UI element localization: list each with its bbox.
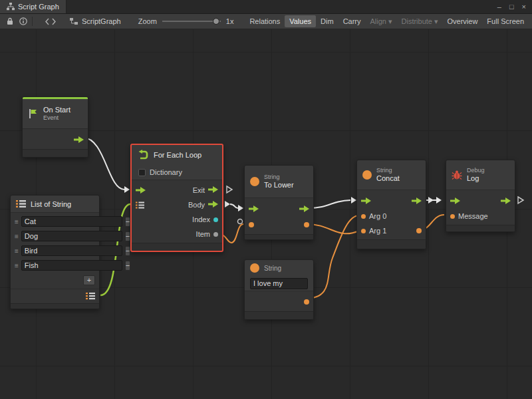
node-footer <box>23 149 88 157</box>
distribute-dropdown[interactable]: Distribute ▾ <box>397 15 443 28</box>
control-output-port[interactable] <box>412 198 422 204</box>
dim-button[interactable]: Dim <box>316 15 338 27</box>
relations-button[interactable]: Relations <box>245 15 285 27</box>
node-for-each-loop[interactable]: For Each Loop Dictionary Exit <box>130 144 223 252</box>
minimize-button[interactable]: – <box>497 3 501 11</box>
arg0-input-port[interactable] <box>361 214 366 219</box>
inspect-button[interactable] <box>17 15 30 27</box>
result-output-port[interactable] <box>416 228 422 233</box>
full-screen-button[interactable]: Full Screen <box>482 15 529 27</box>
arg0-label: Arg 0 <box>369 212 386 220</box>
flow-arrow-icon <box>208 186 218 193</box>
breadcrumb-script-graph[interactable]: ScriptGraph <box>69 17 121 25</box>
zoom-slider-knob[interactable] <box>213 18 219 25</box>
exit-output-port[interactable] <box>208 186 218 194</box>
collection-input-port[interactable] <box>136 201 144 209</box>
flow-arrow-icon <box>208 201 218 207</box>
flow-arrow-icon <box>501 198 511 204</box>
drag-handle-icon[interactable]: ≡ <box>15 262 19 269</box>
overview-button[interactable]: Overview <box>443 15 483 27</box>
index-port-label: Index <box>192 215 210 223</box>
node-title: To Lower <box>264 181 294 190</box>
node-footer <box>245 311 313 319</box>
exit-port-label: Exit <box>193 186 205 194</box>
flow-arrow-icon <box>136 187 146 194</box>
remove-item-button[interactable]: − <box>125 261 130 271</box>
maximize-button[interactable]: □ <box>509 3 514 11</box>
body-output-port[interactable] <box>208 201 218 209</box>
node-log[interactable]: Debug Log Message <box>446 160 515 232</box>
script-graph-icon <box>69 17 78 25</box>
lock-button[interactable] <box>3 15 17 27</box>
string-output-port[interactable] <box>304 299 309 305</box>
list-item-input[interactable] <box>21 216 122 227</box>
chevron-down-icon: ▾ <box>434 17 438 26</box>
control-input-port[interactable] <box>450 198 460 204</box>
lock-icon <box>6 17 14 25</box>
align-dropdown[interactable]: Align ▾ <box>366 15 397 28</box>
list-icon <box>136 201 144 209</box>
tab-script-graph[interactable]: Script Graph <box>0 0 66 13</box>
zoom-slider-track[interactable] <box>162 21 221 22</box>
drag-handle-icon[interactable]: ≡ <box>15 247 19 255</box>
node-list-of-string[interactable]: List of String ≡ − ≡ − ≡ − ≡ − + <box>10 195 100 309</box>
string-input-port[interactable] <box>249 222 254 227</box>
arg1-input-port[interactable] <box>361 229 366 233</box>
zoom-value: 1x <box>226 17 234 25</box>
node-footer <box>245 234 313 239</box>
control-input-port[interactable] <box>249 205 259 212</box>
result-output-port[interactable] <box>304 222 309 227</box>
item-output-port[interactable] <box>213 232 218 237</box>
node-footer <box>11 303 99 309</box>
flow-arrow-icon <box>412 198 422 204</box>
add-item-button[interactable]: + <box>83 275 95 285</box>
node-string-literal[interactable]: String <box>244 259 314 320</box>
graph-icon <box>7 3 15 11</box>
arg1-label: Arg 1 <box>369 227 386 235</box>
node-concat[interactable]: String Concat Arg 0 <box>356 160 426 249</box>
dictionary-checkbox[interactable] <box>138 169 146 176</box>
window-controls: – □ × <box>491 0 532 13</box>
string-type-icon <box>250 177 259 186</box>
node-footer <box>132 243 222 251</box>
node-footer <box>357 239 426 249</box>
node-title: Concat <box>376 174 400 183</box>
node-footer <box>446 225 515 231</box>
node-title: Log <box>467 174 485 183</box>
node-category: String <box>264 265 281 272</box>
code-view-button[interactable] <box>44 15 57 27</box>
dictionary-label: Dictionary <box>150 168 182 176</box>
node-title: For Each Loop <box>154 151 201 159</box>
list-item-input[interactable] <box>21 260 122 271</box>
message-label: Message <box>458 212 488 220</box>
loop-icon <box>137 149 149 161</box>
info-icon <box>19 17 27 25</box>
control-input-port[interactable] <box>136 187 146 194</box>
node-on-start[interactable]: On Start Event <box>22 96 88 158</box>
node-category: Debug <box>467 167 485 174</box>
control-output-port[interactable] <box>299 205 309 212</box>
control-output-port[interactable] <box>74 136 84 143</box>
node-title: List of String <box>31 200 71 208</box>
list-item-input[interactable] <box>21 245 122 256</box>
zoom-slider[interactable] <box>162 17 221 25</box>
list-item-row: ≡ − <box>11 229 99 243</box>
node-to-lower[interactable]: String To Lower <box>244 165 314 240</box>
index-output-port[interactable] <box>213 217 218 222</box>
drag-handle-icon[interactable]: ≡ <box>15 218 19 225</box>
message-input-port[interactable] <box>450 214 455 219</box>
control-output-port[interactable] <box>501 198 511 204</box>
values-button[interactable]: Values <box>285 15 316 27</box>
list-item-input[interactable] <box>21 231 122 241</box>
carry-button[interactable]: Carry <box>338 15 366 27</box>
node-subtitle: Event <box>43 114 70 122</box>
bug-icon <box>452 170 462 180</box>
window-titlebar: Script Graph – □ × <box>0 0 532 14</box>
list-output-port[interactable] <box>86 292 95 301</box>
list-item-row: ≡ − <box>11 214 99 229</box>
close-button[interactable]: × <box>522 3 526 11</box>
node-title: On Start <box>43 106 70 114</box>
string-value-input[interactable] <box>250 278 308 289</box>
drag-handle-icon[interactable]: ≡ <box>15 233 19 240</box>
control-input-port[interactable] <box>361 198 371 204</box>
